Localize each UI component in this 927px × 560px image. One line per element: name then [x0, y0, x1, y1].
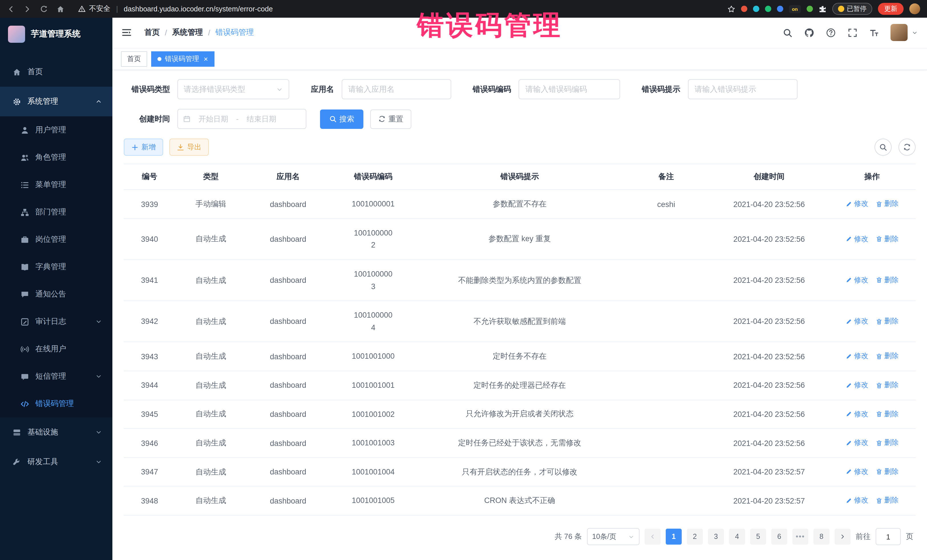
delete-link[interactable]: 删除 — [876, 352, 898, 361]
sidebar-item[interactable]: 系统管理 — [0, 87, 112, 116]
app-name-input[interactable] — [342, 80, 451, 100]
online-users-icon — [21, 345, 29, 353]
error-code-input[interactable] — [518, 80, 620, 100]
edit-link[interactable]: 修改 — [845, 199, 868, 209]
edit-link[interactable]: 修改 — [845, 496, 868, 505]
error-code-table: 编号类型应用名错误码编码错误码提示备注创建时间操作 3939手动编辑dashbo… — [124, 164, 916, 516]
sidebar-item[interactable]: 岗位管理 — [0, 226, 112, 253]
reset-button[interactable]: 重置 — [370, 109, 411, 129]
sidebar-item-label: 研发工具 — [27, 457, 58, 467]
delete-link[interactable]: 删除 — [876, 275, 898, 285]
update-button[interactable]: 更新 — [878, 3, 904, 15]
logo[interactable]: 芋道管理系统 — [0, 18, 112, 50]
star-icon[interactable] — [727, 5, 736, 13]
page-button[interactable]: 8 — [813, 529, 830, 545]
paused-badge[interactable]: 已暂停 — [832, 3, 872, 15]
delete-link[interactable]: 删除 — [876, 496, 898, 505]
sidebar-item[interactable]: 研发工具 — [0, 447, 112, 477]
edit-link[interactable]: 修改 — [845, 234, 868, 244]
edit-link[interactable]: 修改 — [845, 317, 868, 326]
page-button[interactable]: 6 — [771, 529, 787, 545]
sidebar-item[interactable]: 短信管理 — [0, 363, 112, 390]
edit-link[interactable]: 修改 — [845, 380, 868, 390]
page-button[interactable]: 1 — [666, 529, 682, 545]
edit-link[interactable]: 修改 — [845, 409, 868, 419]
sidebar-item[interactable]: 角色管理 — [0, 144, 112, 171]
date-range-picker[interactable]: - — [178, 109, 306, 129]
breadcrumb-item[interactable]: 首页 — [144, 28, 160, 38]
toggle-search-button[interactable] — [874, 139, 892, 156]
sidebar-item[interactable]: 在线用户 — [0, 335, 112, 363]
add-button[interactable]: 新增 — [124, 139, 163, 156]
error-hint-input[interactable] — [688, 80, 797, 100]
fullscreen-icon[interactable] — [848, 28, 857, 38]
page-button[interactable]: 3 — [708, 529, 724, 545]
search-button[interactable]: 搜索 — [320, 109, 363, 129]
tab-错误码管理[interactable]: 错误码管理× — [151, 51, 214, 67]
page-button[interactable]: 2 — [687, 529, 703, 545]
delete-link[interactable]: 删除 — [876, 467, 898, 477]
menu-fold-icon[interactable] — [122, 28, 132, 38]
refresh-table-button[interactable] — [898, 139, 916, 156]
sidebar-item[interactable]: 字典管理 — [0, 253, 112, 281]
page-button[interactable]: 5 — [750, 529, 766, 545]
delete-link[interactable]: 删除 — [876, 234, 898, 244]
sidebar-item[interactable]: 错误码管理 — [0, 390, 112, 417]
delete-link[interactable]: 删除 — [876, 438, 898, 448]
page-button[interactable]: 4 — [729, 529, 745, 545]
page-size-select[interactable]: 10条/页 — [587, 528, 640, 545]
back-icon[interactable] — [7, 5, 15, 13]
more-pages-button[interactable]: ••• — [792, 529, 808, 545]
end-date-input[interactable] — [242, 115, 281, 123]
chevron-down-icon[interactable] — [912, 30, 918, 36]
edit-link[interactable]: 修改 — [845, 438, 868, 448]
edit-link-label: 修改 — [854, 496, 868, 505]
extension-dot-red[interactable] — [741, 6, 747, 12]
extension-on-badge[interactable]: on — [789, 5, 801, 13]
security-indicator[interactable]: 不安全 — [78, 4, 110, 14]
edit-link[interactable]: 修改 — [845, 467, 868, 477]
font-size-icon[interactable] — [869, 28, 879, 38]
column-header: 错误码编码 — [330, 164, 417, 190]
calendar-icon — [183, 115, 190, 123]
sidebar-item[interactable]: 用户管理 — [0, 116, 112, 144]
sidebar-item[interactable]: 基础设施 — [0, 417, 112, 447]
delete-link[interactable]: 删除 — [876, 409, 898, 419]
sidebar-item[interactable]: 首页 — [0, 57, 112, 87]
extension-dot-blue[interactable] — [777, 6, 783, 12]
extension-dot-leaf[interactable] — [806, 6, 813, 12]
search-icon[interactable] — [783, 28, 792, 38]
delete-link[interactable]: 删除 — [876, 380, 898, 390]
error-type-select[interactable]: 请选择错误码类型 — [178, 80, 289, 100]
delete-link[interactable]: 删除 — [876, 317, 898, 326]
reload-icon[interactable] — [40, 5, 48, 13]
sidebar-item[interactable]: 审计日志 — [0, 308, 112, 335]
home-icon[interactable] — [56, 5, 64, 13]
delete-link[interactable]: 删除 — [876, 199, 898, 209]
github-icon[interactable] — [804, 28, 814, 38]
question-icon[interactable] — [826, 28, 836, 38]
cell-id: 3946 — [124, 428, 175, 457]
export-button[interactable]: 导出 — [169, 139, 209, 156]
prev-page-button[interactable] — [644, 529, 661, 545]
next-page-button[interactable] — [834, 529, 851, 545]
sidebar-item[interactable]: 部门管理 — [0, 199, 112, 226]
breadcrumb-item[interactable]: 系统管理 — [172, 28, 203, 38]
reset-button-label: 重置 — [389, 114, 403, 124]
puzzle-icon[interactable] — [818, 5, 826, 13]
browser-profile-avatar[interactable] — [909, 3, 920, 14]
extension-dot-cyan[interactable] — [753, 6, 759, 12]
close-icon[interactable]: × — [204, 55, 208, 63]
url-bar[interactable]: dashboard.yudao.iocoder.cn/system/error-… — [124, 5, 273, 13]
sidebar-item[interactable]: 通知公告 — [0, 281, 112, 308]
delete-link-label: 删除 — [884, 275, 898, 285]
edit-link[interactable]: 修改 — [845, 352, 868, 361]
avatar[interactable] — [891, 24, 907, 41]
tab-首页[interactable]: 首页 — [121, 51, 147, 67]
start-date-input[interactable] — [193, 115, 233, 123]
forward-icon[interactable] — [23, 5, 31, 13]
goto-page-input[interactable] — [876, 528, 901, 545]
extension-dot-green[interactable] — [765, 6, 771, 12]
sidebar-item[interactable]: 菜单管理 — [0, 171, 112, 199]
edit-link[interactable]: 修改 — [845, 275, 868, 285]
